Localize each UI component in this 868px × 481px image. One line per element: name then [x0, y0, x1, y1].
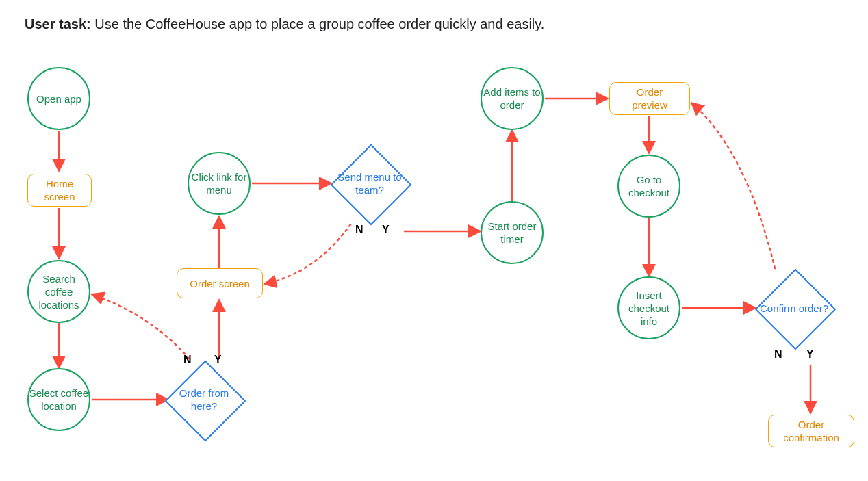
node-label: Confirm order? — [760, 302, 828, 315]
node-order-confirmation: Order confirmation — [768, 415, 854, 447]
node-label: Order preview — [620, 86, 680, 112]
node-label: Open app — [36, 92, 81, 105]
node-order-preview: Order preview — [609, 82, 690, 115]
node-order-screen: Order screen — [177, 268, 263, 298]
page-title: User task: Use the CoffeeHouse app to pl… — [25, 15, 544, 33]
node-label: Order from here? — [166, 387, 242, 413]
node-label: Start order timer — [482, 220, 542, 246]
decision-yes-label: Y — [806, 348, 814, 361]
node-order-from-here: Order from here? — [166, 362, 242, 437]
node-start-timer: Start order timer — [481, 201, 544, 264]
node-label: Add items to order — [482, 86, 542, 112]
node-label: Click link for menu — [189, 170, 249, 196]
node-go-checkout: Go to checkout — [617, 155, 680, 218]
node-label: Home screen — [38, 177, 81, 203]
node-label: Order confirmation — [778, 418, 844, 444]
node-confirm-order: Confirm order? — [756, 270, 832, 346]
node-label: Select coffee location — [29, 387, 89, 413]
decision-yes-label: Y — [214, 354, 222, 366]
node-open-app: Open app — [27, 67, 90, 130]
title-text: Use the CoffeeHouse app to place a group… — [91, 16, 545, 31]
decision-yes-label: Y — [382, 224, 390, 236]
decision-no-label: N — [355, 224, 363, 236]
node-label: Insert checkout info — [619, 289, 679, 328]
node-label: Order screen — [190, 277, 250, 290]
flow-arrows — [0, 0, 868, 481]
title-prefix: User task: — [25, 16, 91, 31]
node-label: Send menu to team? — [332, 170, 407, 196]
node-select-location: Select coffee location — [27, 368, 90, 431]
node-home-screen: Home screen — [27, 174, 92, 207]
node-search-locations: Search coffee locations — [27, 260, 90, 323]
node-label: Search coffee locations — [29, 272, 89, 311]
decision-no-label: N — [183, 354, 192, 366]
decision-no-label: N — [774, 348, 782, 361]
node-add-items: Add items to order — [481, 67, 544, 130]
node-click-link-menu: Click link for menu — [188, 152, 251, 215]
node-label: Go to checkout — [619, 173, 679, 199]
node-insert-checkout: Insert checkout info — [617, 276, 680, 339]
node-send-menu: Send menu to team? — [332, 146, 407, 221]
